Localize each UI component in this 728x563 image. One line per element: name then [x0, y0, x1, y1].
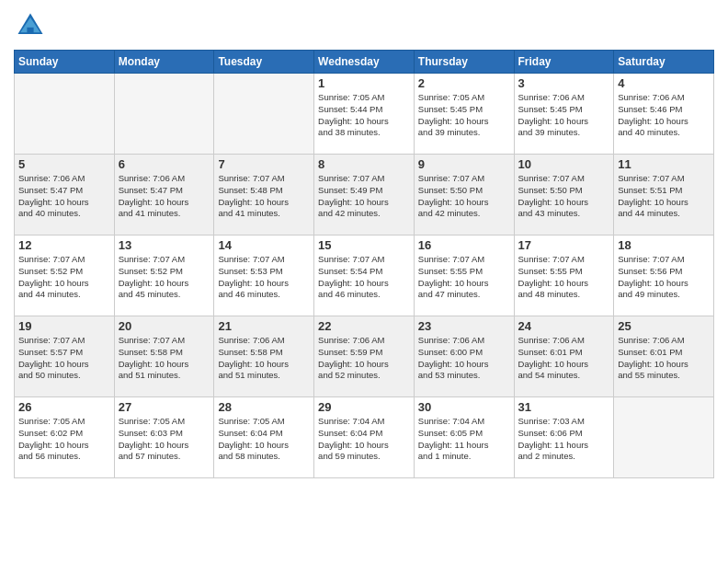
- day-info: Sunrise: 7:06 AM Sunset: 5:59 PM Dayligh…: [318, 335, 410, 382]
- day-info: Sunrise: 7:06 AM Sunset: 5:58 PM Dayligh…: [218, 335, 310, 382]
- day-number: 24: [518, 319, 610, 333]
- calendar-day-cell: [614, 397, 714, 478]
- day-number: 11: [618, 157, 710, 171]
- day-number: 8: [318, 157, 410, 171]
- calendar-day-cell: 30Sunrise: 7:04 AM Sunset: 6:05 PM Dayli…: [414, 397, 514, 478]
- weekday-header: Thursday: [414, 51, 514, 74]
- day-number: 10: [518, 157, 610, 171]
- calendar-day-cell: 23Sunrise: 7:06 AM Sunset: 6:00 PM Dayli…: [414, 316, 514, 397]
- weekday-header: Tuesday: [214, 51, 314, 74]
- day-info: Sunrise: 7:07 AM Sunset: 5:52 PM Dayligh…: [18, 254, 110, 301]
- day-info: Sunrise: 7:07 AM Sunset: 5:55 PM Dayligh…: [518, 254, 610, 301]
- svg-rect-2: [27, 28, 33, 34]
- weekday-header: Wednesday: [314, 51, 415, 74]
- calendar-day-cell: 5Sunrise: 7:06 AM Sunset: 5:47 PM Daylig…: [15, 155, 115, 236]
- day-info: Sunrise: 7:05 AM Sunset: 6:02 PM Dayligh…: [18, 416, 110, 463]
- weekday-header: Monday: [114, 51, 214, 74]
- calendar-day-cell: 4Sunrise: 7:06 AM Sunset: 5:46 PM Daylig…: [614, 74, 714, 155]
- weekday-header: Saturday: [614, 51, 714, 74]
- day-number: 1: [318, 76, 410, 90]
- day-number: 21: [218, 319, 310, 333]
- day-info: Sunrise: 7:04 AM Sunset: 6:04 PM Dayligh…: [318, 416, 410, 463]
- day-number: 14: [218, 238, 310, 252]
- day-info: Sunrise: 7:07 AM Sunset: 5:56 PM Dayligh…: [618, 254, 710, 301]
- calendar-day-cell: 25Sunrise: 7:06 AM Sunset: 6:01 PM Dayli…: [614, 316, 714, 397]
- day-number: 15: [318, 238, 410, 252]
- day-info: Sunrise: 7:07 AM Sunset: 5:49 PM Dayligh…: [318, 173, 410, 220]
- day-number: 12: [18, 238, 110, 252]
- weekday-header: Friday: [514, 51, 614, 74]
- day-number: 7: [218, 157, 310, 171]
- calendar-day-cell: 31Sunrise: 7:03 AM Sunset: 6:06 PM Dayli…: [514, 397, 614, 478]
- day-info: Sunrise: 7:06 AM Sunset: 6:00 PM Dayligh…: [418, 335, 510, 382]
- day-info: Sunrise: 7:07 AM Sunset: 5:50 PM Dayligh…: [418, 173, 510, 220]
- day-number: 13: [119, 238, 210, 252]
- day-info: Sunrise: 7:07 AM Sunset: 5:53 PM Dayligh…: [218, 254, 310, 301]
- day-info: Sunrise: 7:03 AM Sunset: 6:06 PM Dayligh…: [518, 416, 610, 463]
- day-number: 30: [418, 400, 510, 414]
- day-number: 6: [119, 157, 210, 171]
- day-number: 29: [318, 400, 410, 414]
- calendar-day-cell: 18Sunrise: 7:07 AM Sunset: 5:56 PM Dayli…: [614, 236, 714, 316]
- calendar-day-cell: 3Sunrise: 7:06 AM Sunset: 5:45 PM Daylig…: [514, 74, 614, 155]
- calendar-day-cell: 7Sunrise: 7:07 AM Sunset: 5:48 PM Daylig…: [214, 155, 314, 236]
- day-number: 3: [518, 76, 610, 90]
- day-number: 4: [618, 76, 710, 90]
- calendar-week-row: 1Sunrise: 7:05 AM Sunset: 5:44 PM Daylig…: [15, 74, 714, 155]
- calendar-week-row: 5Sunrise: 7:06 AM Sunset: 5:47 PM Daylig…: [15, 155, 714, 236]
- day-info: Sunrise: 7:06 AM Sunset: 5:47 PM Dayligh…: [18, 173, 110, 220]
- day-number: 25: [618, 319, 710, 333]
- day-info: Sunrise: 7:06 AM Sunset: 5:47 PM Dayligh…: [119, 173, 210, 220]
- calendar-day-cell: 22Sunrise: 7:06 AM Sunset: 5:59 PM Dayli…: [314, 316, 415, 397]
- calendar-day-cell: 19Sunrise: 7:07 AM Sunset: 5:57 PM Dayli…: [15, 316, 115, 397]
- day-info: Sunrise: 7:07 AM Sunset: 5:58 PM Dayligh…: [119, 335, 210, 382]
- header: [14, 9, 714, 42]
- day-number: 2: [418, 76, 510, 90]
- day-info: Sunrise: 7:07 AM Sunset: 5:51 PM Dayligh…: [618, 173, 710, 220]
- day-number: 28: [218, 400, 310, 414]
- day-number: 9: [418, 157, 510, 171]
- page: SundayMondayTuesdayWednesdayThursdayFrid…: [0, 0, 728, 563]
- calendar-day-cell: 24Sunrise: 7:06 AM Sunset: 6:01 PM Dayli…: [514, 316, 614, 397]
- weekday-header: Sunday: [15, 51, 115, 74]
- calendar-day-cell: 29Sunrise: 7:04 AM Sunset: 6:04 PM Dayli…: [314, 397, 415, 478]
- calendar-day-cell: 20Sunrise: 7:07 AM Sunset: 5:58 PM Dayli…: [114, 316, 214, 397]
- day-info: Sunrise: 7:07 AM Sunset: 5:57 PM Dayligh…: [18, 335, 110, 382]
- day-info: Sunrise: 7:04 AM Sunset: 6:05 PM Dayligh…: [418, 416, 510, 463]
- day-info: Sunrise: 7:06 AM Sunset: 6:01 PM Dayligh…: [518, 335, 610, 382]
- day-number: 22: [318, 319, 410, 333]
- calendar-day-cell: 13Sunrise: 7:07 AM Sunset: 5:52 PM Dayli…: [114, 236, 214, 316]
- day-info: Sunrise: 7:05 AM Sunset: 6:03 PM Dayligh…: [119, 416, 210, 463]
- calendar-day-cell: 2Sunrise: 7:05 AM Sunset: 5:45 PM Daylig…: [414, 74, 514, 155]
- calendar-day-cell: [214, 74, 314, 155]
- calendar-day-cell: 9Sunrise: 7:07 AM Sunset: 5:50 PM Daylig…: [414, 155, 514, 236]
- day-number: 19: [18, 319, 110, 333]
- day-number: 17: [518, 238, 610, 252]
- day-info: Sunrise: 7:07 AM Sunset: 5:54 PM Dayligh…: [318, 254, 410, 301]
- day-number: 26: [18, 400, 110, 414]
- day-number: 20: [119, 319, 210, 333]
- day-info: Sunrise: 7:05 AM Sunset: 5:44 PM Dayligh…: [318, 92, 410, 139]
- calendar-day-cell: 12Sunrise: 7:07 AM Sunset: 5:52 PM Dayli…: [15, 236, 115, 316]
- calendar-day-cell: 10Sunrise: 7:07 AM Sunset: 5:50 PM Dayli…: [514, 155, 614, 236]
- calendar-day-cell: 14Sunrise: 7:07 AM Sunset: 5:53 PM Dayli…: [214, 236, 314, 316]
- calendar-day-cell: 16Sunrise: 7:07 AM Sunset: 5:55 PM Dayli…: [414, 236, 514, 316]
- calendar-week-row: 19Sunrise: 7:07 AM Sunset: 5:57 PM Dayli…: [15, 316, 714, 397]
- day-number: 23: [418, 319, 510, 333]
- day-info: Sunrise: 7:06 AM Sunset: 5:46 PM Dayligh…: [618, 92, 710, 139]
- day-info: Sunrise: 7:07 AM Sunset: 5:50 PM Dayligh…: [518, 173, 610, 220]
- calendar-day-cell: [15, 74, 115, 155]
- calendar-table: SundayMondayTuesdayWednesdayThursdayFrid…: [14, 50, 714, 478]
- calendar-day-cell: 27Sunrise: 7:05 AM Sunset: 6:03 PM Dayli…: [114, 397, 214, 478]
- day-info: Sunrise: 7:07 AM Sunset: 5:48 PM Dayligh…: [218, 173, 310, 220]
- calendar-day-cell: 1Sunrise: 7:05 AM Sunset: 5:44 PM Daylig…: [314, 74, 415, 155]
- day-info: Sunrise: 7:06 AM Sunset: 5:45 PM Dayligh…: [518, 92, 610, 139]
- day-info: Sunrise: 7:07 AM Sunset: 5:52 PM Dayligh…: [119, 254, 210, 301]
- calendar-day-cell: 15Sunrise: 7:07 AM Sunset: 5:54 PM Dayli…: [314, 236, 415, 316]
- day-info: Sunrise: 7:05 AM Sunset: 5:45 PM Dayligh…: [418, 92, 510, 139]
- day-number: 27: [119, 400, 210, 414]
- day-number: 5: [18, 157, 110, 171]
- logo: [14, 9, 51, 42]
- calendar-header-row: SundayMondayTuesdayWednesdayThursdayFrid…: [15, 51, 714, 74]
- day-info: Sunrise: 7:05 AM Sunset: 6:04 PM Dayligh…: [218, 416, 310, 463]
